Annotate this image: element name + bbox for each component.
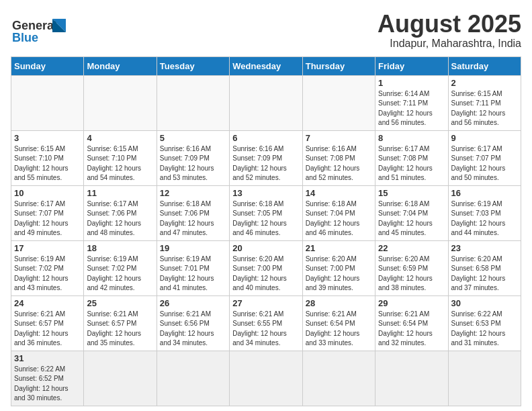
calendar-table: SundayMondayTuesdayWednesdayThursdayFrid… [11,56,521,406]
sun-info: Sunrise: 6:17 AM Sunset: 7:07 PM Dayligh… [451,144,518,183]
day-number: 6 [232,133,299,143]
calendar-cell: 21Sunrise: 6:20 AM Sunset: 7:00 PM Dayli… [302,240,375,295]
col-header-wednesday: Wednesday [230,56,302,75]
calendar-cell [230,351,302,406]
sun-info: Sunrise: 6:18 AM Sunset: 7:05 PM Dayligh… [232,199,299,238]
calendar-cell: 7Sunrise: 6:16 AM Sunset: 7:08 PM Daylig… [302,130,375,185]
calendar-cell: 30Sunrise: 6:22 AM Sunset: 6:53 PM Dayli… [448,295,521,351]
week-row-5: 31Sunrise: 6:22 AM Sunset: 6:52 PM Dayli… [11,351,521,406]
calendar-header-row: SundayMondayTuesdayWednesdayThursdayFrid… [11,56,521,75]
day-number: 2 [451,78,518,88]
sun-info: Sunrise: 6:15 AM Sunset: 7:11 PM Dayligh… [451,89,518,128]
calendar-cell: 17Sunrise: 6:19 AM Sunset: 7:02 PM Dayli… [11,240,84,295]
sun-info: Sunrise: 6:17 AM Sunset: 7:06 PM Dayligh… [87,199,153,238]
page-header: General Blue August 2025 Indapur, Mahara… [11,11,521,50]
calendar-cell: 19Sunrise: 6:19 AM Sunset: 7:01 PM Dayli… [157,240,229,295]
sun-info: Sunrise: 6:21 AM Sunset: 6:55 PM Dayligh… [232,310,299,349]
day-number: 15 [378,188,445,198]
calendar-cell [230,75,302,130]
calendar-cell [302,351,375,406]
sun-info: Sunrise: 6:16 AM Sunset: 7:09 PM Dayligh… [160,144,226,183]
title-area: August 2025 Indapur, Maharashtra, India [378,11,521,50]
calendar-cell: 2Sunrise: 6:15 AM Sunset: 7:11 PM Daylig… [448,75,521,130]
day-number: 9 [451,133,518,143]
day-number: 7 [306,133,372,143]
calendar-cell: 15Sunrise: 6:18 AM Sunset: 7:04 PM Dayli… [375,185,448,240]
day-number: 18 [87,243,153,253]
day-number: 14 [306,188,372,198]
calendar-cell: 10Sunrise: 6:17 AM Sunset: 7:07 PM Dayli… [11,185,84,240]
calendar-cell: 23Sunrise: 6:20 AM Sunset: 6:58 PM Dayli… [448,240,521,295]
calendar-cell [448,351,521,406]
sun-info: Sunrise: 6:20 AM Sunset: 7:00 PM Dayligh… [306,255,372,293]
calendar-cell: 14Sunrise: 6:18 AM Sunset: 7:04 PM Dayli… [302,185,375,240]
sun-info: Sunrise: 6:19 AM Sunset: 7:02 PM Dayligh… [87,255,153,293]
sun-info: Sunrise: 6:15 AM Sunset: 7:10 PM Dayligh… [14,144,81,183]
sun-info: Sunrise: 6:21 AM Sunset: 6:57 PM Dayligh… [14,310,81,349]
calendar-cell: 20Sunrise: 6:20 AM Sunset: 7:00 PM Dayli… [230,240,302,295]
sun-info: Sunrise: 6:21 AM Sunset: 6:57 PM Dayligh… [87,310,153,349]
sun-info: Sunrise: 6:17 AM Sunset: 7:07 PM Dayligh… [14,199,81,238]
sun-info: Sunrise: 6:21 AM Sunset: 6:56 PM Dayligh… [160,310,226,349]
calendar-cell: 24Sunrise: 6:21 AM Sunset: 6:57 PM Dayli… [11,295,84,351]
week-row-1: 3Sunrise: 6:15 AM Sunset: 7:10 PM Daylig… [11,130,521,185]
calendar-cell [375,351,448,406]
sun-info: Sunrise: 6:18 AM Sunset: 7:04 PM Dayligh… [378,199,445,238]
calendar-cell: 9Sunrise: 6:17 AM Sunset: 7:07 PM Daylig… [448,130,521,185]
day-number: 30 [451,298,518,308]
calendar-cell [84,351,157,406]
week-row-4: 24Sunrise: 6:21 AM Sunset: 6:57 PM Dayli… [11,295,521,351]
calendar-cell [157,75,229,130]
day-number: 4 [87,133,153,143]
sun-info: Sunrise: 6:20 AM Sunset: 6:58 PM Dayligh… [451,255,518,293]
col-header-sunday: Sunday [11,56,84,75]
logo-svg: General Blue [11,11,85,48]
col-header-friday: Friday [375,56,448,75]
day-number: 19 [160,243,226,253]
col-header-thursday: Thursday [302,56,375,75]
sun-info: Sunrise: 6:17 AM Sunset: 7:08 PM Dayligh… [378,144,445,183]
day-number: 13 [232,188,299,198]
calendar-cell: 16Sunrise: 6:19 AM Sunset: 7:03 PM Dayli… [448,185,521,240]
sun-info: Sunrise: 6:21 AM Sunset: 6:54 PM Dayligh… [378,310,445,349]
sun-info: Sunrise: 6:20 AM Sunset: 7:00 PM Dayligh… [232,255,299,293]
page-title: August 2025 [378,11,521,38]
calendar-cell: 31Sunrise: 6:22 AM Sunset: 6:52 PM Dayli… [11,351,84,406]
day-number: 25 [87,298,153,308]
calendar-cell: 1Sunrise: 6:14 AM Sunset: 7:11 PM Daylig… [375,75,448,130]
calendar-cell: 28Sunrise: 6:21 AM Sunset: 6:54 PM Dayli… [302,295,375,351]
day-number: 20 [232,243,299,253]
day-number: 26 [160,298,226,308]
calendar-cell: 12Sunrise: 6:18 AM Sunset: 7:06 PM Dayli… [157,185,229,240]
calendar-cell [157,351,229,406]
sun-info: Sunrise: 6:16 AM Sunset: 7:09 PM Dayligh… [232,144,299,183]
sun-info: Sunrise: 6:18 AM Sunset: 7:04 PM Dayligh… [306,199,372,238]
calendar-cell: 6Sunrise: 6:16 AM Sunset: 7:09 PM Daylig… [230,130,302,185]
calendar-cell: 25Sunrise: 6:21 AM Sunset: 6:57 PM Dayli… [84,295,157,351]
calendar-cell [11,75,84,130]
day-number: 21 [306,243,372,253]
sun-info: Sunrise: 6:19 AM Sunset: 7:01 PM Dayligh… [160,255,226,293]
calendar-cell: 11Sunrise: 6:17 AM Sunset: 7:06 PM Dayli… [84,185,157,240]
logo: General Blue [11,11,85,48]
day-number: 28 [306,298,372,308]
calendar-cell: 29Sunrise: 6:21 AM Sunset: 6:54 PM Dayli… [375,295,448,351]
day-number: 17 [14,243,81,253]
svg-text:General: General [12,19,57,32]
sun-info: Sunrise: 6:22 AM Sunset: 6:52 PM Dayligh… [14,365,81,404]
day-number: 8 [378,133,445,143]
day-number: 31 [14,353,81,363]
calendar-cell: 4Sunrise: 6:15 AM Sunset: 7:10 PM Daylig… [84,130,157,185]
day-number: 11 [87,188,153,198]
calendar-cell: 5Sunrise: 6:16 AM Sunset: 7:09 PM Daylig… [157,130,229,185]
day-number: 22 [378,243,445,253]
sun-info: Sunrise: 6:18 AM Sunset: 7:06 PM Dayligh… [160,199,226,238]
calendar-cell: 27Sunrise: 6:21 AM Sunset: 6:55 PM Dayli… [230,295,302,351]
calendar-cell: 3Sunrise: 6:15 AM Sunset: 7:10 PM Daylig… [11,130,84,185]
sun-info: Sunrise: 6:20 AM Sunset: 6:59 PM Dayligh… [378,255,445,293]
page-subtitle: Indapur, Maharashtra, India [378,38,521,50]
day-number: 3 [14,133,81,143]
week-row-2: 10Sunrise: 6:17 AM Sunset: 7:07 PM Dayli… [11,185,521,240]
sun-info: Sunrise: 6:19 AM Sunset: 7:03 PM Dayligh… [451,199,518,238]
col-header-monday: Monday [84,56,157,75]
